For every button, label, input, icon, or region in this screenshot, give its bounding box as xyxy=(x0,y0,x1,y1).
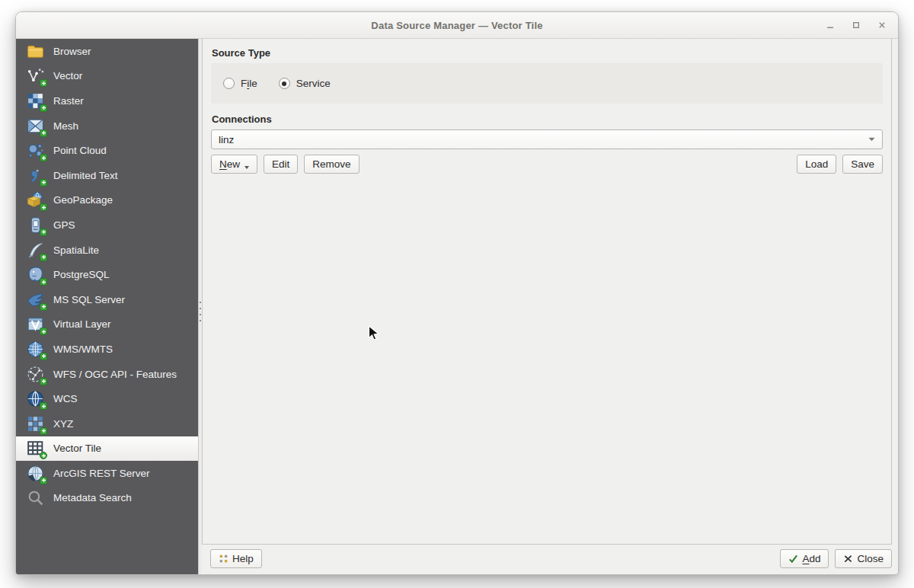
sidebar-item-raster[interactable]: Raster xyxy=(16,88,198,113)
metadata-search-icon xyxy=(26,488,45,507)
maximize-button[interactable] xyxy=(849,19,862,32)
sidebar-item-wms-wmts[interactable]: WMS/WMTS xyxy=(16,337,198,362)
sidebar-item-vector[interactable]: Vector xyxy=(16,64,198,89)
dialog-button-box: Help Add Close xyxy=(202,545,898,574)
file-radio[interactable]: File xyxy=(223,78,257,89)
gps-icon xyxy=(26,216,45,235)
vector-layer-icon xyxy=(26,66,45,85)
sidebar-item-xyz[interactable]: XYZ xyxy=(16,411,198,436)
x-icon xyxy=(843,554,853,564)
connections-select[interactable]: linz xyxy=(211,129,883,149)
xyz-icon xyxy=(26,414,45,433)
add-button[interactable]: Add xyxy=(780,549,829,568)
spatialite-icon xyxy=(26,241,45,260)
save-connections-button[interactable]: Save xyxy=(842,155,883,174)
new-connection-button[interactable]: New xyxy=(211,155,257,174)
service-radio[interactable]: Service xyxy=(279,78,331,89)
sidebar-item-label: MS SQL Server xyxy=(53,294,125,305)
data-source-manager-dialog: Data Source Manager — Vector Tile Browse… xyxy=(15,11,899,575)
sidebar-item-virtual-layer[interactable]: Virtual Layer xyxy=(16,312,198,337)
add-plus-badge xyxy=(40,427,47,435)
postgresql-icon xyxy=(26,265,45,284)
source-type-options: File Service xyxy=(223,78,331,89)
radio-circle-checked[interactable] xyxy=(279,78,290,89)
sidebar-item-label: WFS / OGC API - Features xyxy=(53,369,177,380)
add-plus-badge xyxy=(40,79,47,87)
sidebar-item-metadata-search[interactable]: Metadata Search xyxy=(16,486,198,511)
splitter-handle-dots xyxy=(200,302,201,326)
folder-icon xyxy=(26,42,45,61)
wfs-icon xyxy=(26,365,45,384)
add-plus-badge xyxy=(40,254,47,261)
add-plus-badge xyxy=(40,402,47,410)
sidebar-item-geopackage[interactable]: GeoPackage xyxy=(16,188,198,213)
add-plus-badge xyxy=(40,278,47,286)
vector-tile-panel: Source Type File Service Connections xyxy=(202,39,898,574)
add-plus-badge xyxy=(40,228,47,236)
source-type-title: Source Type xyxy=(212,47,883,59)
minimize-button[interactable] xyxy=(823,19,836,32)
sidebar-item-label: Delimited Text xyxy=(53,170,118,181)
sidebar-item-wfs-ogc-api-features[interactable]: WFS / OGC API - Features xyxy=(16,362,198,387)
sidebar-item-label: Point Cloud xyxy=(53,145,107,156)
add-plus-badge xyxy=(40,378,47,385)
titlebar[interactable]: Data Source Manager — Vector Tile xyxy=(16,12,898,39)
add-plus-badge xyxy=(40,452,47,459)
sidebar-item-wcs[interactable]: WCS xyxy=(16,386,198,411)
edit-connection-button[interactable]: Edit xyxy=(264,155,298,174)
raster-layer-icon xyxy=(26,91,45,110)
load-button-label: Load xyxy=(805,158,828,170)
mesh-layer-icon xyxy=(26,117,45,136)
file-radio-label: File xyxy=(241,78,257,89)
close-button[interactable]: Close xyxy=(835,549,892,568)
sidebar-item-label: WCS xyxy=(53,393,78,404)
provider-sidebar: Browser Vector Raster xyxy=(16,39,198,574)
sidebar-item-vector-tile[interactable]: Vector Tile xyxy=(16,436,198,462)
sidebar-item-label: XYZ xyxy=(53,418,73,430)
sidebar-item-label: PostgreSQL xyxy=(53,269,110,280)
close-button-label: Close xyxy=(857,553,884,564)
help-button[interactable]: Help xyxy=(210,549,262,568)
remove-connection-button[interactable]: Remove xyxy=(304,155,359,174)
sidebar-item-arcgis-rest-server[interactable]: ArcGIS REST Server xyxy=(16,461,198,486)
vector-tile-icon xyxy=(26,439,45,458)
sidebar-item-label: ArcGIS REST Server xyxy=(53,468,150,479)
save-button-label: Save xyxy=(851,158,874,170)
sidebar-item-label: Vector Tile xyxy=(53,443,101,454)
sidebar-item-label: GPS xyxy=(53,219,75,231)
sidebar-item-label: Metadata Search xyxy=(53,492,132,503)
chevron-down-icon xyxy=(868,137,875,142)
close-window-button[interactable] xyxy=(875,19,888,32)
sidebar-item-gps[interactable]: GPS xyxy=(16,213,198,238)
new-button-label: New xyxy=(219,158,240,170)
add-plus-badge xyxy=(40,129,47,137)
sidebar-item-label: SpatiaLite xyxy=(53,244,99,256)
virtual-layer-icon xyxy=(26,315,45,334)
sidebar-item-point-cloud[interactable]: Point Cloud xyxy=(16,138,198,163)
ms-sql-server-icon xyxy=(26,290,45,309)
radio-circle-unchecked[interactable] xyxy=(223,78,235,89)
sidebar-item-ms-sql-server[interactable]: MS SQL Server xyxy=(16,287,198,312)
sidebar-item-browser[interactable]: Browser xyxy=(16,39,198,64)
geopackage-icon xyxy=(26,190,45,209)
sidebar-item-label: Virtual Layer xyxy=(53,318,111,330)
sidebar-item-postgresql[interactable]: PostgreSQL xyxy=(16,262,198,287)
load-connections-button[interactable]: Load xyxy=(797,155,836,174)
sidebar-item-spatialite[interactable]: SpatiaLite xyxy=(16,238,198,263)
sidebar-item-delimited-text[interactable]: Delimited Text xyxy=(16,163,198,188)
sidebar-item-label: WMS/WMTS xyxy=(53,344,113,355)
remove-button-label: Remove xyxy=(312,158,350,170)
arcgis-rest-icon xyxy=(26,464,45,483)
sidebar-item-label: Vector xyxy=(53,70,82,81)
connections-title: Connections xyxy=(212,113,883,125)
sidebar-item-mesh[interactable]: Mesh xyxy=(16,113,198,139)
add-plus-badge xyxy=(40,154,47,161)
sidebar-item-label: GeoPackage xyxy=(53,194,113,206)
add-button-label: Add xyxy=(802,553,820,564)
add-plus-badge xyxy=(40,353,47,360)
dialog-body: Browser Vector Raster xyxy=(16,39,898,574)
wcs-icon xyxy=(26,389,45,408)
add-plus-badge xyxy=(40,203,47,211)
checkmark-icon xyxy=(788,554,798,564)
add-plus-badge xyxy=(40,328,47,335)
